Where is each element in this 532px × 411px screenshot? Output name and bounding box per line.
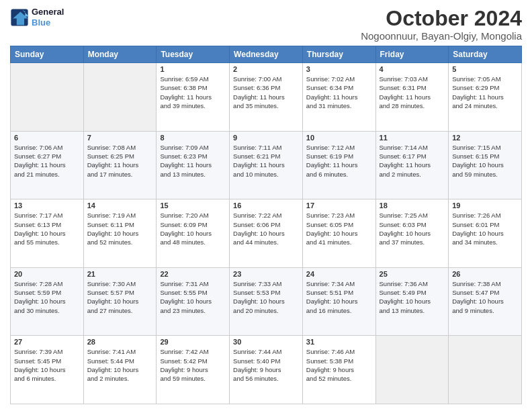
calendar-cell: 3Sunrise: 7:02 AM Sunset: 6:34 PM Daylig…: [302, 63, 375, 132]
logo-text: General Blue: [32, 7, 64, 28]
day-number: 20: [14, 270, 80, 278]
calendar-cell: 5Sunrise: 7:05 AM Sunset: 6:29 PM Daylig…: [449, 63, 522, 132]
calendar-cell: 7Sunrise: 7:08 AM Sunset: 6:25 PM Daylig…: [83, 131, 157, 199]
day-number: 3: [306, 65, 372, 73]
day-number: 22: [160, 270, 226, 278]
day-info: Sunrise: 7:41 AM Sunset: 5:44 PM Dayligh…: [87, 347, 153, 383]
day-info: Sunrise: 7:46 AM Sunset: 5:38 PM Dayligh…: [306, 347, 372, 383]
day-number: 14: [87, 201, 153, 210]
calendar-cell: 2Sunrise: 7:00 AM Sunset: 6:36 PM Daylig…: [230, 63, 303, 132]
calendar-cell: 14Sunrise: 7:19 AM Sunset: 6:11 PM Dayli…: [83, 199, 157, 268]
calendar-cell: 19Sunrise: 7:26 AM Sunset: 6:01 PM Dayli…: [449, 199, 522, 268]
day-number: 1: [160, 65, 226, 73]
calendar-cell: 15Sunrise: 7:20 AM Sunset: 6:09 PM Dayli…: [157, 199, 230, 268]
day-info: Sunrise: 7:14 AM Sunset: 6:17 PM Dayligh…: [380, 143, 445, 179]
day-number: 7: [87, 134, 153, 142]
calendar-cell: [11, 63, 84, 132]
day-number: 10: [306, 134, 372, 142]
day-number: 23: [233, 270, 299, 278]
calendar-cell: 27Sunrise: 7:39 AM Sunset: 5:45 PM Dayli…: [11, 336, 84, 404]
week-row-3: 20Sunrise: 7:28 AM Sunset: 5:59 PM Dayli…: [11, 267, 522, 336]
day-info: Sunrise: 7:03 AM Sunset: 6:31 PM Dayligh…: [380, 75, 445, 110]
calendar-cell: 28Sunrise: 7:41 AM Sunset: 5:44 PM Dayli…: [83, 336, 157, 404]
day-number: 19: [452, 201, 518, 210]
calendar-cell: 21Sunrise: 7:30 AM Sunset: 5:57 PM Dayli…: [83, 267, 157, 336]
calendar-cell: 23Sunrise: 7:33 AM Sunset: 5:53 PM Dayli…: [230, 267, 303, 336]
day-info: Sunrise: 7:44 AM Sunset: 5:40 PM Dayligh…: [233, 347, 299, 383]
month-title: October 2024: [361, 7, 522, 30]
day-number: 26: [452, 270, 518, 278]
day-number: 11: [380, 134, 445, 142]
header: General Blue October 2024 Nogoonnuur, Ba…: [10, 7, 522, 42]
calendar-cell: 4Sunrise: 7:03 AM Sunset: 6:31 PM Daylig…: [375, 63, 449, 132]
week-row-0: 1Sunrise: 6:59 AM Sunset: 6:38 PM Daylig…: [11, 63, 522, 132]
day-info: Sunrise: 7:28 AM Sunset: 5:59 PM Dayligh…: [14, 279, 80, 315]
day-info: Sunrise: 7:31 AM Sunset: 5:55 PM Dayligh…: [160, 279, 226, 315]
calendar-cell: 24Sunrise: 7:34 AM Sunset: 5:51 PM Dayli…: [302, 267, 375, 336]
calendar-cell: 18Sunrise: 7:25 AM Sunset: 6:03 PM Dayli…: [375, 199, 449, 268]
title-block: October 2024 Nogoonnuur, Bayan-Olgiy, Mo…: [361, 7, 522, 42]
day-number: 28: [87, 338, 153, 346]
calendar-cell: 1Sunrise: 6:59 AM Sunset: 6:38 PM Daylig…: [157, 63, 230, 132]
day-info: Sunrise: 7:30 AM Sunset: 5:57 PM Dayligh…: [87, 279, 153, 315]
day-number: 24: [306, 270, 372, 278]
calendar-cell: 6Sunrise: 7:06 AM Sunset: 6:27 PM Daylig…: [11, 131, 84, 199]
weekday-header-monday: Monday: [83, 46, 157, 63]
day-info: Sunrise: 7:02 AM Sunset: 6:34 PM Dayligh…: [306, 75, 372, 110]
weekday-header-tuesday: Tuesday: [157, 46, 230, 63]
day-info: Sunrise: 7:26 AM Sunset: 6:01 PM Dayligh…: [452, 211, 518, 246]
weekday-header-thursday: Thursday: [302, 46, 375, 63]
day-info: Sunrise: 7:06 AM Sunset: 6:27 PM Dayligh…: [14, 143, 80, 179]
day-info: Sunrise: 7:33 AM Sunset: 5:53 PM Dayligh…: [233, 279, 299, 315]
week-row-4: 27Sunrise: 7:39 AM Sunset: 5:45 PM Dayli…: [11, 336, 522, 404]
calendar-cell: 11Sunrise: 7:14 AM Sunset: 6:17 PM Dayli…: [375, 131, 449, 199]
logo-line2: Blue: [32, 17, 64, 28]
calendar-cell: 26Sunrise: 7:38 AM Sunset: 5:47 PM Dayli…: [449, 267, 522, 336]
day-info: Sunrise: 7:20 AM Sunset: 6:09 PM Dayligh…: [160, 211, 226, 246]
day-info: Sunrise: 7:36 AM Sunset: 5:49 PM Dayligh…: [380, 279, 445, 315]
day-number: 8: [160, 134, 226, 142]
calendar-cell: 13Sunrise: 7:17 AM Sunset: 6:13 PM Dayli…: [11, 199, 84, 268]
day-info: Sunrise: 7:00 AM Sunset: 6:36 PM Dayligh…: [233, 75, 299, 110]
day-info: Sunrise: 7:38 AM Sunset: 5:47 PM Dayligh…: [452, 279, 518, 315]
weekday-header-wednesday: Wednesday: [230, 46, 303, 63]
calendar-cell: 22Sunrise: 7:31 AM Sunset: 5:55 PM Dayli…: [157, 267, 230, 336]
day-number: 30: [233, 338, 299, 346]
day-info: Sunrise: 7:11 AM Sunset: 6:21 PM Dayligh…: [233, 143, 299, 179]
calendar-table: SundayMondayTuesdayWednesdayThursdayFrid…: [10, 46, 522, 404]
day-info: Sunrise: 7:09 AM Sunset: 6:23 PM Dayligh…: [160, 143, 226, 179]
calendar-cell: [449, 336, 522, 404]
calendar-cell: 17Sunrise: 7:23 AM Sunset: 6:05 PM Dayli…: [302, 199, 375, 268]
day-number: 15: [160, 201, 226, 210]
day-number: 18: [380, 201, 445, 210]
day-number: 2: [233, 65, 299, 73]
day-number: 16: [233, 201, 299, 210]
calendar-cell: 30Sunrise: 7:44 AM Sunset: 5:40 PM Dayli…: [230, 336, 303, 404]
calendar-cell: 20Sunrise: 7:28 AM Sunset: 5:59 PM Dayli…: [11, 267, 84, 336]
week-row-2: 13Sunrise: 7:17 AM Sunset: 6:13 PM Dayli…: [11, 199, 522, 268]
day-number: 21: [87, 270, 153, 278]
day-number: 25: [380, 270, 445, 278]
day-info: Sunrise: 7:22 AM Sunset: 6:06 PM Dayligh…: [233, 211, 299, 246]
calendar-cell: [375, 336, 449, 404]
calendar-cell: 16Sunrise: 7:22 AM Sunset: 6:06 PM Dayli…: [230, 199, 303, 268]
weekday-header-sunday: Sunday: [11, 46, 84, 63]
day-number: 29: [160, 338, 226, 346]
calendar-cell: 8Sunrise: 7:09 AM Sunset: 6:23 PM Daylig…: [157, 131, 230, 199]
day-number: 27: [14, 338, 80, 346]
logo: General Blue: [10, 7, 64, 28]
logo-icon: [10, 8, 29, 27]
day-number: 12: [452, 134, 518, 142]
day-number: 4: [380, 65, 445, 73]
calendar-cell: 12Sunrise: 7:15 AM Sunset: 6:15 PM Dayli…: [449, 131, 522, 199]
day-info: Sunrise: 7:34 AM Sunset: 5:51 PM Dayligh…: [306, 279, 372, 315]
day-info: Sunrise: 7:42 AM Sunset: 5:42 PM Dayligh…: [160, 347, 226, 383]
day-info: Sunrise: 7:17 AM Sunset: 6:13 PM Dayligh…: [14, 211, 80, 246]
week-row-1: 6Sunrise: 7:06 AM Sunset: 6:27 PM Daylig…: [11, 131, 522, 199]
day-info: Sunrise: 7:08 AM Sunset: 6:25 PM Dayligh…: [87, 143, 153, 179]
day-number: 31: [306, 338, 372, 346]
day-number: 9: [233, 134, 299, 142]
calendar-header: SundayMondayTuesdayWednesdayThursdayFrid…: [11, 46, 522, 63]
calendar: SundayMondayTuesdayWednesdayThursdayFrid…: [10, 46, 522, 404]
calendar-cell: 9Sunrise: 7:11 AM Sunset: 6:21 PM Daylig…: [230, 131, 303, 199]
